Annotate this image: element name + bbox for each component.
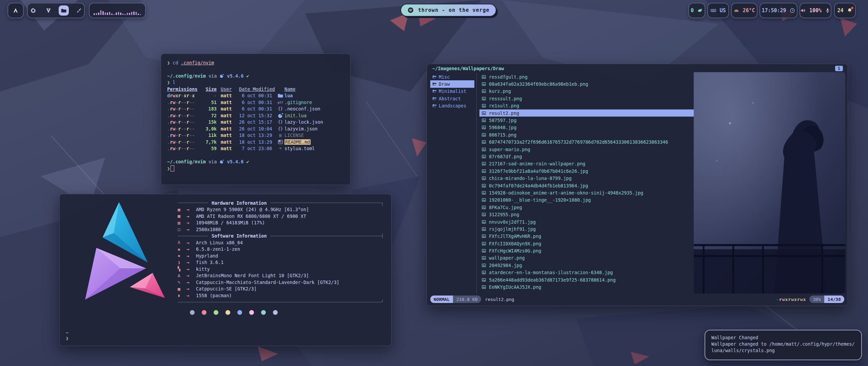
tab-badge[interactable]: 1 [835, 66, 843, 71]
ls-output: drwxr-xr-x - matt 6 oct 00:31 lua .rw-r-… [167, 93, 350, 152]
file-name: 20492984.jpg [489, 263, 522, 268]
visualizer-bar [133, 12, 135, 15]
file-list-item[interactable]: rsjqojlmjhf91.jpg [479, 225, 694, 232]
file-list-item[interactable]: resssult.png [479, 95, 694, 102]
fetch-terminal-window: Hardware Information┐ ▣ → AMD Ryzen 9 59… [59, 194, 392, 346]
file-list-item[interactable]: re1sult.png [479, 102, 694, 109]
file-list-item[interactable]: 08a634fa02a32364f69ebc86a98eb1eb.png [479, 80, 694, 87]
fetch-info-row: ❖ → Hyprland [178, 252, 384, 259]
file-list-item[interactable]: EeNKYgIUcAAJ5JX.png [479, 283, 694, 290]
file-list-item[interactable]: FXfcHgcWIAMzs0G.png [479, 247, 694, 254]
mail-widget[interactable]: 0 [688, 3, 705, 18]
palette-dot [214, 310, 218, 315]
file-list-item[interactable]: 3122955.png [479, 211, 694, 218]
file-list-item[interactable]: kurz.png [479, 88, 694, 95]
file-name: ressdfgult.png [489, 74, 528, 80]
workspace-button[interactable] [74, 5, 84, 16]
file-list-item[interactable]: chica-mirando-la-luna-8799.jpg [479, 175, 694, 182]
file-list-item[interactable]: 19201080-__blue-tinge__-1920×1080.jpg [479, 197, 694, 204]
image-file-icon [481, 285, 486, 289]
fetch-info-value: Hyprland [196, 253, 218, 259]
visualizer-bar [98, 13, 99, 15]
file-list-item[interactable]: atardecer-en-la-montanas-ilustracion-634… [479, 269, 694, 276]
file-permissions: .rw-r--r-- [167, 146, 198, 151]
fetch-info-row: ▢ → 868x366 [178, 226, 384, 233]
fetch-info-row: ▤ → 10948MiB / 64183MiB (17%) [178, 220, 384, 226]
file-list-item[interactable]: 866715.png [479, 131, 694, 138]
sidebar-folder-item[interactable]: Draw [430, 80, 474, 87]
json-icon: {} [276, 120, 284, 124]
file-list-item[interactable]: FXfcII0X0AQyn9X.png [479, 240, 694, 247]
now-playing-pill[interactable]: thrown - on the verge [400, 4, 496, 17]
file-date: 26 oct 15:17 [239, 119, 276, 125]
file-manager-window: ~/Imagenes/Wallpapers/Draw 1 Misc Draw M… [427, 64, 848, 306]
volume-widget[interactable]: 100% [800, 3, 831, 18]
app-launcher-button[interactable] [7, 3, 24, 18]
memory-icon: ▤ [178, 220, 186, 225]
weather-widget[interactable]: 26°C [731, 3, 757, 18]
file-list-item[interactable]: nnvuv0xj2df71.jpg [479, 218, 694, 225]
file-list-item[interactable]: 8FKa7Cu.jpeg [479, 204, 694, 211]
file-size: 7,7k [198, 139, 217, 145]
arrow-icon: → [186, 253, 196, 259]
fetch-shell-prompt[interactable]: ~ ❯ [66, 330, 68, 341]
notification-popup[interactable]: Wallpaper Changed Wallpaper changed to /… [705, 330, 862, 360]
workspace-button[interactable] [59, 5, 69, 16]
bell-unread-dot [851, 7, 853, 9]
file-permissions: .rw-r--r-- [167, 119, 198, 125]
folder-icon [59, 5, 69, 16]
file-size: 3,0k [198, 126, 217, 131]
fetch-info-row: ✎ → Catppuccin-Macchiato-Standard-Lavend… [178, 279, 384, 286]
file-list-item[interactable]: 68747470733a2f2f696d616765732d7769786d70… [479, 139, 694, 146]
file-name: 19201080-__blue-tinge__-1920×1080.jpg [489, 197, 591, 203]
git-icon: git [276, 101, 284, 104]
file-list-item[interactable]: ressdfgult.png [479, 73, 694, 80]
terminal-color-palette [190, 310, 384, 315]
sidebar-folder-item[interactable]: Misc [430, 73, 474, 80]
keyboard-layout-widget[interactable]: US [707, 3, 729, 18]
now-playing-label: thrown - on the verge [418, 7, 490, 13]
file-list-item[interactable]: 0c794faf07de24a4db4d4fb1eb813964.jpg [479, 182, 694, 189]
workspace-button[interactable] [43, 5, 54, 16]
image-file-icon [481, 82, 486, 86]
file-name: 87r687df.png [489, 154, 522, 159]
file-list-item[interactable]: super-mario.png [479, 146, 694, 153]
clock-widget[interactable]: 17:50:29 [760, 3, 797, 18]
file-name: lua [284, 93, 293, 98]
file-list-item[interactable]: 5a266e448add93deab367d87173e9f25-6837886… [479, 276, 694, 283]
file-list-item[interactable]: 587597.jpg [479, 117, 694, 124]
sidebar-folder-item[interactable]: Minimalist [430, 88, 474, 95]
visualizer-bar [138, 14, 139, 15]
file-date: 6 oct 00:31 [239, 106, 276, 111]
image-file-icon [481, 147, 486, 152]
bird-icon [697, 7, 703, 14]
file-name: super-mario.png [489, 147, 530, 152]
prompt-symbol: ❯ [167, 60, 170, 65]
file-list-item[interactable]: wallpaper.png [479, 255, 694, 262]
folder-open-icon [432, 96, 437, 101]
notifications-widget[interactable]: 24 [834, 3, 856, 18]
file-list-item[interactable]: 20492984.jpg [479, 262, 694, 269]
file-list-item[interactable]: result2.png [479, 109, 694, 117]
file-list-item[interactable]: 154928-odinokoe_anime-art-anime-okno-sin… [479, 189, 694, 196]
sidebar-folder-item[interactable]: Landscapes [430, 102, 474, 109]
fetch-info-row: ▩ → Catppuccin-SE [GTK2/3] [178, 286, 384, 292]
arrow-icon: → [186, 227, 196, 232]
image-file-icon [481, 154, 486, 159]
file-name: 217167-sad-anime-rain-wallpaper.png [489, 161, 585, 166]
file-list-item[interactable]: 3126f7e9bbf21a8a4af0b67b041c6e26.jpg [479, 167, 694, 175]
arrow-icon: → [186, 286, 196, 291]
file-list-item[interactable]: 596848.jpg [479, 124, 694, 131]
visualizer-bar [131, 12, 133, 15]
sidebar-folder-item[interactable]: Abstract [430, 95, 474, 102]
fetch-info-value: 1558 (pacman) [196, 293, 232, 298]
hardware-info-list: ▣ → AMD Ryzen 9 5900X (24) @ 4.9GHz [61.… [178, 206, 384, 233]
shell-input-line[interactable]: ❯ [167, 165, 350, 172]
file-list-item[interactable]: FXfcJlTXgAMvH6R.png [479, 233, 694, 240]
file-date: 6 oct 00:31 [239, 93, 276, 98]
file-list-item[interactable]: 217167-sad-anime-rain-wallpaper.png [479, 160, 694, 167]
workspace-button[interactable] [28, 5, 38, 16]
os-icon: Λ [178, 240, 186, 245]
file-list-item[interactable]: 87r687df.png [479, 153, 694, 160]
file-size: 183 [198, 106, 217, 111]
